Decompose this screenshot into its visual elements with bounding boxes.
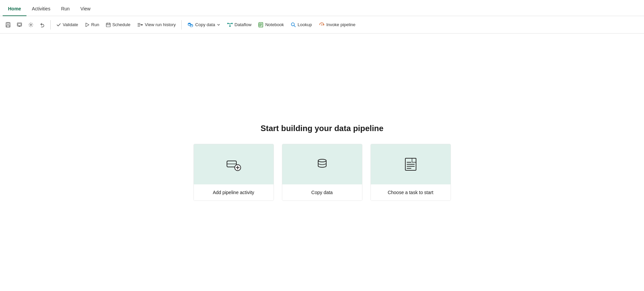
copy-data-toolbar-icon: [187, 22, 193, 27]
svg-rect-1: [7, 22, 9, 24]
save-button[interactable]: [3, 19, 13, 30]
svg-point-21: [188, 23, 191, 24]
validate-label: Validate: [63, 22, 78, 27]
toolbar-file-group: [3, 19, 48, 30]
add-pipeline-activity-icon-area: [194, 144, 274, 184]
task-list-icon: [403, 156, 419, 172]
svg-point-22: [190, 24, 193, 25]
run-label: Run: [91, 22, 99, 27]
schedule-label: Schedule: [112, 22, 130, 27]
schedule-icon: [106, 22, 111, 27]
dataflow-button[interactable]: Dataflow: [224, 20, 255, 30]
run-button[interactable]: Run: [82, 20, 102, 29]
lookup-icon: [291, 22, 296, 27]
run-icon: [85, 22, 90, 27]
publish-button[interactable]: [14, 19, 25, 30]
notebook-label: Notebook: [265, 22, 284, 27]
save-icon: [5, 22, 11, 27]
pipeline-add-icon: [226, 156, 242, 172]
choose-task-card[interactable]: Choose a task to start: [370, 144, 451, 201]
invoke-pipeline-icon: [319, 22, 325, 27]
dataflow-icon: [227, 22, 233, 27]
tab-home[interactable]: Home: [3, 2, 26, 16]
svg-rect-2: [6, 25, 10, 27]
validate-icon: [56, 22, 61, 27]
add-pipeline-activity-label: Add pipeline activity: [194, 184, 274, 200]
choose-task-card-label: Choose a task to start: [371, 184, 451, 200]
svg-rect-0: [6, 22, 10, 27]
copy-data-toolbar-label: Copy data: [195, 22, 215, 27]
svg-line-35: [294, 25, 295, 27]
svg-point-8: [30, 24, 32, 25]
tab-view[interactable]: View: [75, 2, 96, 16]
svg-marker-20: [141, 24, 143, 25]
page-title: Start building your data pipeline: [260, 124, 384, 133]
lookup-label: Lookup: [298, 22, 312, 27]
copy-data-dropdown-icon: [217, 23, 220, 26]
notebook-icon: [258, 22, 264, 27]
toolbar-actions-group: Validate Run Schedule: [53, 20, 179, 29]
svg-rect-5: [18, 23, 21, 25]
undo-icon: [40, 22, 45, 27]
undo-button[interactable]: [37, 19, 48, 30]
toolbar-activities-group: Copy data Dataflow: [184, 20, 358, 30]
copy-data-card-icon: [314, 156, 330, 172]
svg-rect-45: [412, 158, 416, 162]
svg-point-43: [318, 159, 326, 162]
lookup-button[interactable]: Lookup: [288, 20, 315, 30]
validate-button[interactable]: Validate: [53, 20, 81, 29]
view-run-history-label: View run history: [145, 22, 176, 27]
svg-rect-33: [258, 23, 259, 26]
toolbar-divider-1: [50, 20, 51, 30]
svg-point-25: [231, 23, 233, 24]
publish-icon: [17, 22, 22, 27]
choose-task-icon-area: [371, 144, 451, 184]
toolbar-divider-2: [181, 20, 182, 30]
cards-row: Add pipeline activity Copy data: [193, 144, 451, 201]
nav-tabs: Home Activities Run View: [0, 0, 644, 16]
copy-data-icon-area: [282, 144, 362, 184]
invoke-pipeline-label: Invoke pipeline: [327, 22, 356, 27]
svg-point-37: [321, 24, 323, 25]
svg-point-23: [227, 23, 229, 24]
add-pipeline-activity-card[interactable]: Add pipeline activity: [193, 144, 274, 201]
dataflow-label: Dataflow: [235, 22, 252, 27]
svg-marker-9: [86, 23, 89, 26]
svg-point-24: [229, 25, 231, 27]
schedule-button[interactable]: Schedule: [103, 20, 133, 29]
notebook-button[interactable]: Notebook: [255, 20, 287, 30]
view-run-history-icon: [137, 22, 143, 27]
invoke-pipeline-button[interactable]: Invoke pipeline: [316, 20, 359, 30]
tab-activities[interactable]: Activities: [26, 2, 56, 16]
settings-button[interactable]: [25, 19, 36, 30]
toolbar: Validate Run Schedule: [0, 16, 644, 34]
copy-data-toolbar-button[interactable]: Copy data: [184, 20, 223, 30]
copy-data-card-label: Copy data: [282, 184, 362, 200]
main-content: Start building your data pipeline Add pi…: [0, 34, 644, 291]
settings-icon: [28, 22, 34, 27]
copy-data-card[interactable]: Copy data: [282, 144, 362, 201]
tab-run[interactable]: Run: [56, 2, 75, 16]
view-run-history-button[interactable]: View run history: [134, 20, 179, 29]
